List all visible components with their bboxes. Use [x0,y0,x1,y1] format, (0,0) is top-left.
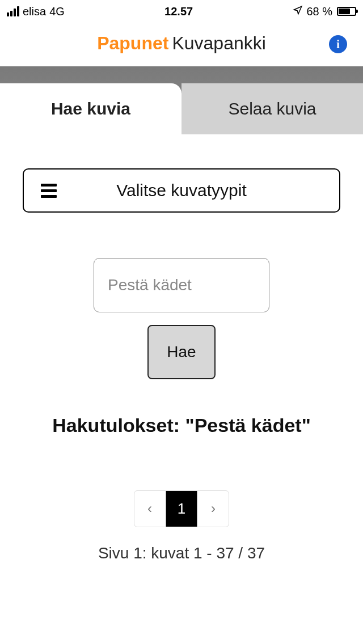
image-type-selector[interactable]: Valitse kuvatyypit [23,168,340,213]
status-right: 68 % [293,5,356,18]
app-header: PapunetKuvapankki i [0,23,363,66]
results-heading: Hakutulokset: "Pestä kädet" [52,412,311,439]
info-icon[interactable]: i [329,35,347,53]
page-summary: Sivu 1: kuvat 1 - 37 / 37 [98,541,265,566]
location-icon [293,5,303,18]
current-page[interactable]: 1 [166,490,197,527]
network-label: 4G [49,5,65,18]
pagination: ‹ 1 › [134,490,229,527]
page-title: Kuvapankki [172,33,265,53]
tab-search-images[interactable]: Hae kuvia [0,83,182,134]
app-title: PapunetKuvapankki [97,33,266,54]
tab-label: Selaa kuvia [228,99,316,118]
prev-page-button[interactable]: ‹ [134,490,166,527]
brand-label: Papunet [97,33,168,53]
status-time: 12.57 [164,5,193,18]
tab-browse-images[interactable]: Selaa kuvia [182,83,363,134]
tab-label: Hae kuvia [51,99,130,118]
battery-percent-label: 68 % [306,5,332,18]
status-bar: elisa 4G 12.57 68 % [0,0,363,23]
next-page-button[interactable]: › [197,490,229,527]
search-button[interactable]: Hae [147,325,216,379]
main-content: Valitse kuvatyypit Hae Hakutulokset: "Pe… [0,134,363,566]
signal-icon [7,6,19,16]
status-left: elisa 4G [7,5,65,18]
carrier-label: elisa [23,5,46,18]
search-input[interactable] [94,258,269,312]
type-selector-label: Valitse kuvatyypit [41,181,322,200]
battery-icon [337,7,356,16]
tabs: Hae kuvia Selaa kuvia [0,66,363,134]
